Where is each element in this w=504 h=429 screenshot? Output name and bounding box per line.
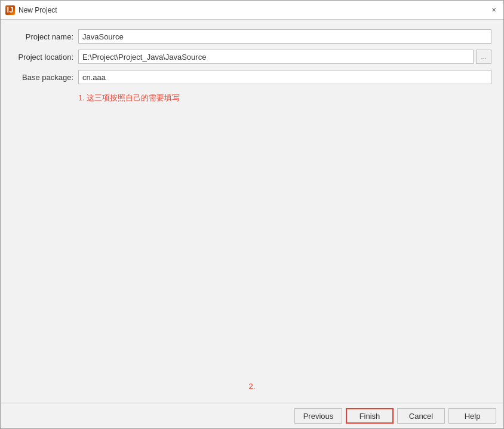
help-button[interactable]: Help	[448, 408, 496, 424]
base-package-input-wrapper	[78, 70, 491, 84]
dialog-title: New Project	[19, 6, 489, 14]
content-spacer	[13, 108, 491, 382]
finish-button[interactable]: Finish	[346, 408, 394, 424]
project-name-input[interactable]	[78, 29, 491, 44]
cancel-button[interactable]: Cancel	[397, 408, 445, 424]
project-location-row: Project location: ...	[13, 50, 491, 64]
annotation-2: 2.	[13, 382, 491, 391]
window-controls: ✕	[489, 5, 499, 15]
project-location-label: Project location:	[13, 53, 78, 62]
dialog-content: Project name: Project location: ... Base…	[1, 20, 503, 403]
project-name-label: Project name:	[13, 32, 78, 41]
browse-button[interactable]: ...	[476, 50, 491, 64]
project-location-input-wrapper: ...	[78, 50, 491, 64]
app-icon: IJ	[5, 5, 15, 15]
project-name-input-wrapper	[78, 29, 491, 44]
base-package-input[interactable]	[78, 70, 491, 84]
new-project-dialog: IJ New Project ✕ Project name: Project l…	[0, 0, 504, 429]
title-bar: IJ New Project ✕	[1, 1, 503, 20]
close-button[interactable]: ✕	[489, 5, 499, 15]
base-package-label: Base package:	[13, 73, 78, 82]
hint-text-1: 1. 这三项按照自己的需要填写	[78, 93, 491, 103]
project-name-row: Project name:	[13, 29, 491, 44]
dialog-footer: Previous Finish Cancel Help	[1, 403, 503, 428]
project-location-input[interactable]	[78, 50, 474, 64]
base-package-row: Base package:	[13, 70, 491, 84]
previous-button[interactable]: Previous	[294, 408, 342, 424]
